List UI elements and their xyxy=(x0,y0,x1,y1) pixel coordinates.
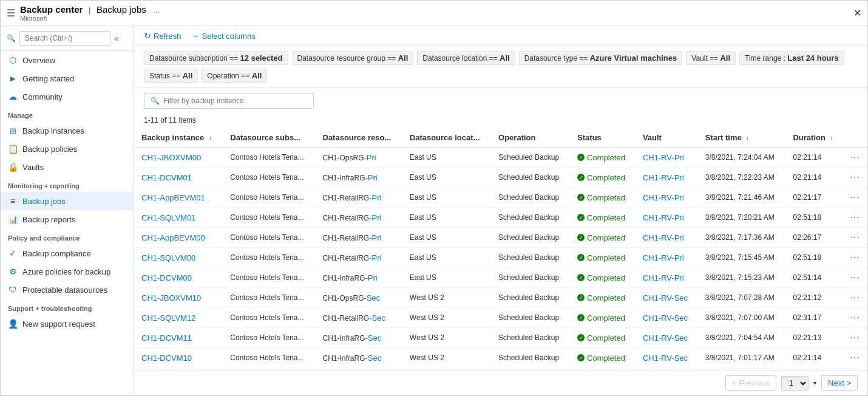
cell-location: West US 2 xyxy=(402,328,491,348)
row-more-button[interactable]: ··· xyxy=(850,332,860,343)
col-duration[interactable]: Duration ↕ xyxy=(785,128,843,148)
row-more-button[interactable]: ··· xyxy=(850,192,860,202)
col-start-time[interactable]: Start time ↕ xyxy=(698,128,786,148)
vault-link[interactable]: CH1-RV-Pri xyxy=(643,193,684,202)
collapse-sidebar-button[interactable]: « xyxy=(114,33,119,43)
status-text: Completed xyxy=(587,293,625,302)
filter-vault[interactable]: Vault == All xyxy=(686,51,736,65)
backup-instance-link[interactable]: CH1-JBOXVM00 xyxy=(141,153,201,162)
vault-link[interactable]: CH1-RV-Pri xyxy=(643,253,684,262)
row-more-button[interactable]: ··· xyxy=(850,172,860,182)
sidebar-item-protectable-datasources[interactable]: 🛡 Protectable datasources xyxy=(1,281,134,299)
status-text: Completed xyxy=(587,173,625,182)
page-number-select[interactable]: 1 xyxy=(781,376,809,391)
vault-link[interactable]: CH1-RV-Pri xyxy=(643,173,684,182)
sidebar: 🔍 « ⬡ Overview ▶ Getting started ☁ Commu… xyxy=(1,26,134,395)
row-more-button[interactable]: ··· xyxy=(850,232,860,242)
resource-link[interactable]: -Pri xyxy=(369,253,381,262)
resource-link[interactable]: -Sec xyxy=(364,293,381,302)
col-backup-instance[interactable]: Backup instance ↕ xyxy=(134,128,223,148)
sidebar-item-backup-jobs[interactable]: ≡ Backup jobs xyxy=(1,192,134,210)
vault-link[interactable]: CH1-RV-Sec xyxy=(643,293,688,302)
sidebar-item-overview[interactable]: ⬡ Overview xyxy=(1,51,134,69)
refresh-button[interactable]: ↻ Refresh xyxy=(144,31,181,41)
cell-resource: CH1-RetailRG-Pri xyxy=(316,228,402,248)
sidebar-item-label: Backup reports xyxy=(22,215,75,224)
col-actions xyxy=(843,128,867,148)
resource-link[interactable]: -Pri xyxy=(364,153,376,162)
sidebar-item-backup-compliance[interactable]: ✓ Backup compliance xyxy=(1,244,134,262)
vault-link[interactable]: CH1-RV-Pri xyxy=(643,233,684,242)
backup-instance-link[interactable]: CH1-SQLVM01 xyxy=(141,213,195,222)
cell-resource: CH1-InfraRG-Sec xyxy=(316,348,402,368)
status-icon: ✓ xyxy=(577,234,585,241)
row-more-button[interactable]: ··· xyxy=(850,292,860,302)
sidebar-item-backup-policies[interactable]: 📋 Backup policies xyxy=(1,140,134,158)
resource-link[interactable]: -Pri xyxy=(365,173,378,182)
sidebar-item-backup-instances[interactable]: ⊞ Backup instances xyxy=(1,121,134,140)
vault-link[interactable]: CH1-RV-Pri xyxy=(643,213,684,222)
vault-link[interactable]: CH1-RV-Pri xyxy=(643,273,684,282)
resource-link[interactable]: -Sec xyxy=(369,313,385,323)
row-more-button[interactable]: ··· xyxy=(850,152,860,162)
backup-instance-link[interactable]: CH1-DCVM11 xyxy=(141,333,192,343)
row-more-button[interactable]: ··· xyxy=(850,352,860,363)
filter-datasource-type[interactable]: Datasource type == Azure Virtual machine… xyxy=(519,51,683,65)
backup-instance-link[interactable]: CH1-DCVM10 xyxy=(141,353,192,363)
table-row: CH1-SQLVM00 Contoso Hotels Tena... CH1-R… xyxy=(134,248,867,268)
instance-search-input[interactable] xyxy=(163,97,297,105)
backup-instance-link[interactable]: CH1-JBOXVM10 xyxy=(141,293,201,302)
close-button[interactable]: ✕ xyxy=(853,7,861,19)
row-more-button[interactable]: ··· xyxy=(850,312,860,323)
vault-link[interactable]: CH1-RV-Sec xyxy=(643,353,688,363)
select-columns-button[interactable]: → Select columns xyxy=(191,31,256,41)
status-text: Completed xyxy=(587,353,625,363)
sidebar-item-new-support-request[interactable]: 👤 New support request xyxy=(1,315,134,333)
cell-more-actions: ··· xyxy=(843,208,867,228)
cell-duration: 02:21:13 xyxy=(785,328,843,348)
sidebar-item-azure-policies[interactable]: ⚙ Azure policies for backup xyxy=(1,262,134,281)
backup-instance-link[interactable]: CH1-SQLVM00 xyxy=(141,253,195,262)
cell-location: East US xyxy=(402,268,491,288)
previous-page-button[interactable]: < Previous xyxy=(725,375,776,391)
hamburger-icon[interactable]: ☰ xyxy=(7,7,15,19)
ellipsis-menu[interactable]: ... xyxy=(153,5,160,15)
row-more-button[interactable]: ··· xyxy=(850,272,860,282)
vault-link[interactable]: CH1-RV-Pri xyxy=(643,153,684,162)
row-more-button[interactable]: ··· xyxy=(850,252,860,262)
cell-vault: CH1-RV-Pri xyxy=(636,168,698,188)
cell-location: East US xyxy=(402,148,491,168)
sidebar-item-getting-started[interactable]: ▶ Getting started xyxy=(1,69,134,87)
filter-operation[interactable]: Operation == All xyxy=(202,69,267,83)
backup-instance-link[interactable]: CH1-SQLVM12 xyxy=(141,313,195,323)
sidebar-item-vaults[interactable]: 🔒 Vaults xyxy=(1,158,134,176)
sidebar-item-community[interactable]: ☁ Community xyxy=(1,87,134,106)
resource-link[interactable]: -Pri xyxy=(369,233,381,242)
filter-datasource-resource-group[interactable]: Datasource resource group == All xyxy=(292,51,414,65)
resource-link[interactable]: -Sec xyxy=(365,353,382,363)
row-more-button[interactable]: ··· xyxy=(850,212,860,222)
backup-instance-link[interactable]: CH1-AppBEVM01 xyxy=(141,193,205,202)
status-text: Completed xyxy=(587,233,625,242)
backup-instance-link[interactable]: CH1-DCVM01 xyxy=(141,173,192,182)
cell-start-time: 3/8/2021, 7:04:54 AM xyxy=(698,328,786,348)
backup-instance-link[interactable]: CH1-AppBEVM00 xyxy=(141,233,205,242)
sidebar-item-backup-reports[interactable]: 📊 Backup reports xyxy=(1,210,134,228)
filter-datasource-subscription[interactable]: Datasource subscription == 12 selected xyxy=(144,51,288,65)
vault-link[interactable]: CH1-RV-Sec xyxy=(643,333,688,343)
filter-time-range[interactable]: Time range : Last 24 hours xyxy=(739,51,844,65)
backup-instance-link[interactable]: CH1-DCVM00 xyxy=(141,273,192,282)
cell-vault: CH1-RV-Pri xyxy=(636,268,698,288)
backup-jobs-icon: ≡ xyxy=(8,196,18,206)
resource-link[interactable]: -Pri xyxy=(369,213,381,222)
sidebar-search-input[interactable] xyxy=(19,31,110,46)
filter-datasource-location[interactable]: Datasource location == All xyxy=(417,51,515,65)
resource-link[interactable]: -Sec xyxy=(365,333,382,343)
filter-status[interactable]: Status == All xyxy=(144,69,198,83)
vault-link[interactable]: CH1-RV-Sec xyxy=(643,313,688,323)
resource-link[interactable]: -Pri xyxy=(369,193,381,202)
sidebar-item-label: Protectable datasources xyxy=(22,285,107,295)
next-page-button[interactable]: Next > xyxy=(821,375,858,391)
cell-subscription: Contoso Hotels Tena... xyxy=(223,188,315,208)
resource-link[interactable]: -Pri xyxy=(365,273,378,282)
